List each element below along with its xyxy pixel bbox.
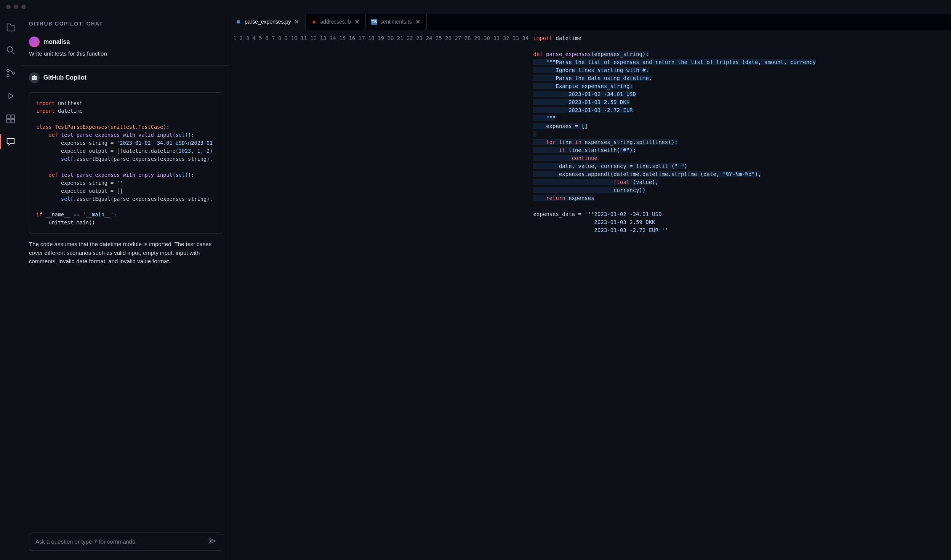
- svg-point-10: [35, 77, 36, 78]
- close-icon[interactable]: [294, 19, 300, 25]
- svg-rect-11: [34, 75, 35, 76]
- divider: [21, 65, 230, 66]
- tab-addresses[interactable]: ◆ addresses.rb: [306, 14, 366, 30]
- svg-point-1: [7, 69, 9, 72]
- explorer-icon[interactable]: [0, 17, 21, 38]
- code-editor[interactable]: 1 2 3 4 5 6 7 8 9 10 11 12 13 14 15 16 1…: [230, 30, 951, 560]
- close-icon[interactable]: [354, 19, 360, 25]
- tab-sentiments[interactable]: TS sentiments.ts: [366, 14, 426, 30]
- svg-rect-4: [7, 115, 10, 118]
- python-icon: ⬣: [235, 19, 242, 25]
- chat-body: monalisa Write unit tests for this funct…: [21, 31, 230, 526]
- chat-input-area: [21, 526, 230, 560]
- chat-input[interactable]: [29, 533, 222, 551]
- chat-icon[interactable]: [0, 131, 21, 152]
- prompt-text: Write unit tests for this function: [29, 50, 222, 58]
- avatar: [29, 37, 40, 47]
- titlebar: [0, 0, 951, 14]
- code-content[interactable]: import datetime def parse_expenses(expen…: [533, 30, 951, 560]
- username: monalisa: [43, 38, 70, 45]
- source-control-icon[interactable]: [0, 62, 21, 84]
- svg-point-2: [7, 75, 9, 77]
- svg-point-0: [7, 47, 13, 52]
- main-area: GITHUB COPILOT: CHAT monalisa Write unit…: [0, 14, 951, 560]
- ruby-icon: ◆: [311, 19, 317, 25]
- svg-point-9: [33, 77, 34, 78]
- chat-panel: GITHUB COPILOT: CHAT monalisa Write unit…: [21, 14, 230, 560]
- tab-label: parse_expenses.py: [245, 19, 291, 25]
- window: GITHUB COPILOT: CHAT monalisa Write unit…: [0, 0, 951, 560]
- tab-label: addresses.rb: [320, 19, 351, 25]
- svg-rect-8: [32, 76, 37, 80]
- code-suggestion: import unittest import datetime class Te…: [29, 92, 222, 234]
- tab-bar: ⬣ parse_expenses.py ◆ addresses.rb TS se…: [230, 14, 951, 30]
- tab-label: sentiments.ts: [380, 19, 411, 25]
- svg-rect-7: [11, 119, 14, 123]
- debug-icon[interactable]: [0, 85, 21, 107]
- editor-area: ⬣ parse_expenses.py ◆ addresses.rb TS se…: [230, 14, 951, 560]
- close-window-icon[interactable]: [6, 5, 11, 9]
- chat-text-input[interactable]: [35, 538, 203, 545]
- search-icon[interactable]: [0, 40, 21, 61]
- agent-name: GitHub Copilot: [43, 74, 86, 81]
- minimize-window-icon[interactable]: [14, 5, 18, 9]
- line-gutter: 1 2 3 4 5 6 7 8 9 10 11 12 13 14 15 16 1…: [230, 30, 533, 560]
- close-icon[interactable]: [415, 19, 421, 25]
- typescript-icon: TS: [371, 19, 377, 25]
- chat-header: GITHUB COPILOT: CHAT: [21, 14, 230, 31]
- copilot-icon: [29, 72, 40, 83]
- activity-bar: [0, 14, 21, 560]
- explanation: The code assumes that the datetime modul…: [21, 240, 230, 272]
- svg-rect-5: [11, 115, 14, 118]
- tab-parse-expenses[interactable]: ⬣ parse_expenses.py: [230, 14, 306, 30]
- user-message: monalisa Write unit tests for this funct…: [21, 33, 230, 62]
- send-icon[interactable]: [209, 537, 216, 546]
- agent-message: GitHub Copilot: [21, 69, 230, 89]
- extensions-icon[interactable]: [0, 108, 21, 130]
- svg-rect-6: [7, 119, 10, 123]
- maximize-window-icon[interactable]: [21, 5, 26, 9]
